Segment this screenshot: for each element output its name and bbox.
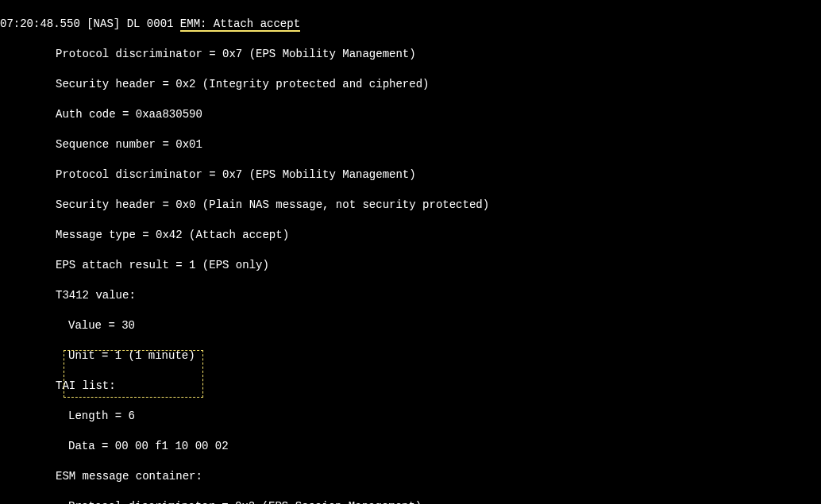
log-line: Value = 30 xyxy=(0,318,821,333)
log-line: Sequence number = 0x01 xyxy=(0,137,821,152)
log-line: Auth code = 0xaa830590 xyxy=(0,107,821,122)
log-line: 07:20:48.550 [NAS] DL 0001 EMM: Attach a… xyxy=(0,17,821,32)
log-line: Security header = 0x0 (Plain NAS message… xyxy=(0,198,821,213)
log-line: Protocol discriminator = 0x7 (EPS Mobili… xyxy=(0,47,821,62)
log-line: Protocol discriminator = 0x2 (EPS Sessio… xyxy=(0,499,821,504)
log-line: T3412 value: xyxy=(0,288,821,303)
timestamp-prefix: 07:20:48.550 [NAS] DL 0001 xyxy=(0,17,180,30)
emm-attach-accept-highlight: EMM: Attach accept xyxy=(180,17,300,32)
log-line: Message type = 0x42 (Attach accept) xyxy=(0,228,821,243)
log-line: Length = 6 xyxy=(0,409,821,424)
log-line: EPS attach result = 1 (EPS only) xyxy=(0,258,821,273)
log-line: ESM message container: xyxy=(0,469,821,484)
log-line: Protocol discriminator = 0x7 (EPS Mobili… xyxy=(0,167,821,183)
log-line: TAI list: xyxy=(0,379,821,394)
log-line: Data = 00 00 f1 10 00 02 xyxy=(0,439,821,454)
terminal-output[interactable]: 07:20:48.550 [NAS] DL 0001 EMM: Attach a… xyxy=(0,0,821,504)
log-line: Unit = 1 (1 minute) xyxy=(0,348,821,364)
log-line: Security header = 0x2 (Integrity protect… xyxy=(0,77,821,92)
